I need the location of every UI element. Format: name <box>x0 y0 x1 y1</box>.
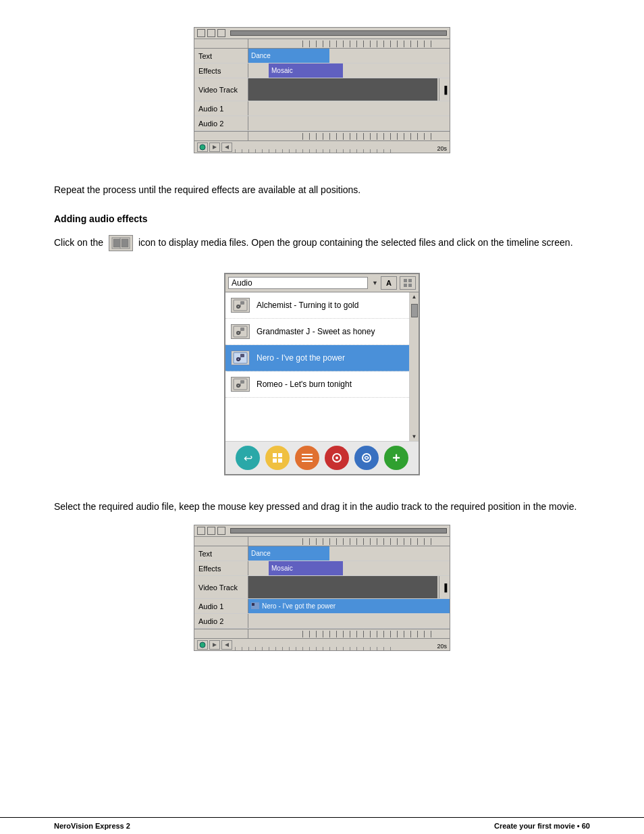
tick <box>323 631 329 637</box>
tick <box>417 538 424 545</box>
win-btn2-2[interactable] <box>207 527 215 535</box>
scroll-down-arrow[interactable]: ▼ <box>410 432 419 441</box>
scroll-up-arrow[interactable]: ▲ <box>410 292 419 301</box>
tick <box>323 538 329 545</box>
tick <box>397 631 404 637</box>
page-footer: NeroVision Express 2 Create your first m… <box>0 817 644 834</box>
tick <box>370 41 377 47</box>
tick <box>404 538 410 545</box>
timeline2-ruler <box>194 537 450 546</box>
win-btn-1[interactable] <box>197 29 205 37</box>
tick <box>397 538 404 545</box>
tick <box>390 631 397 637</box>
svg-marker-1 <box>213 145 217 149</box>
tick <box>356 631 363 637</box>
back-btn[interactable]: ↩ <box>236 446 260 470</box>
paragraph-2: Click on the icon to display media files… <box>54 235 590 251</box>
footer-ruler-1: 20s <box>235 141 450 153</box>
tick <box>309 41 316 47</box>
media-files-icon <box>109 235 133 251</box>
footer-btn-2[interactable] <box>209 142 220 152</box>
svg-point-28 <box>238 385 239 386</box>
audio-list: Alchemist - Turning it to gold Grandmas <box>225 292 419 441</box>
tick <box>302 133 309 140</box>
mosaic-track: Mosaic <box>269 63 343 78</box>
timeline-widget-1: Text Dance Effects Mosaic Video Track ▐ <box>54 27 590 167</box>
list-btn[interactable] <box>295 446 319 470</box>
track2-label-effects: Effects <box>194 561 248 575</box>
tick <box>309 631 316 637</box>
tick <box>431 41 437 47</box>
tick <box>343 133 350 140</box>
svg-point-40 <box>363 454 371 462</box>
svg-rect-42 <box>252 603 254 606</box>
audio-item-3[interactable]: Nero - I've got the power <box>225 345 419 371</box>
audio-item-2[interactable]: Grandmaster J - Sweet as honey <box>225 319 419 345</box>
svg-rect-19 <box>240 328 244 331</box>
grid-btn[interactable] <box>265 446 290 470</box>
win-btn-3[interactable] <box>217 29 225 37</box>
tick <box>390 133 397 140</box>
audio-btn-a[interactable]: A <box>381 276 397 290</box>
audio-item-1[interactable]: Alchemist - Turning it to gold <box>225 292 419 319</box>
video2-scrollbar[interactable]: ▐ <box>439 576 450 598</box>
tick <box>363 41 370 47</box>
video-scrollbar[interactable]: ▐ <box>439 78 450 101</box>
tick <box>424 631 431 637</box>
audio-btn-grid[interactable] <box>400 276 416 290</box>
filter-btn[interactable] <box>325 446 349 470</box>
tick <box>302 41 309 47</box>
sync-btn[interactable] <box>354 446 379 470</box>
footer-btn-1[interactable] <box>197 142 208 152</box>
svg-rect-33 <box>273 459 277 463</box>
timeline2-effects-row: Effects Mosaic <box>194 561 450 576</box>
tick <box>350 133 356 140</box>
nero-track-label: Nero - I've got the power <box>262 602 336 610</box>
timeline1-bottom-ruler <box>194 131 450 140</box>
footer2-btn-1[interactable] <box>197 640 208 650</box>
audio-item-4[interactable]: Romeo - Let's burn tonight <box>225 371 419 398</box>
tick <box>377 538 383 545</box>
timeline2-footer: 20s <box>194 638 450 650</box>
time-label-1: 20s <box>437 145 447 152</box>
svg-rect-10 <box>408 284 412 287</box>
tick <box>383 41 390 47</box>
tick <box>336 133 343 140</box>
audio-icon-2 <box>231 324 250 339</box>
track2-area-effects: Mosaic <box>248 561 450 575</box>
tick <box>363 133 370 140</box>
win-btn-2[interactable] <box>207 29 215 37</box>
track2-area-text: Dance <box>248 546 450 561</box>
tick <box>383 538 390 545</box>
svg-rect-32 <box>278 453 282 457</box>
win-btn2-3[interactable] <box>217 527 225 535</box>
tick <box>383 631 390 637</box>
mosaic-track-2: Mosaic <box>269 561 343 575</box>
tick <box>350 631 356 637</box>
footer2-btn-2[interactable] <box>209 640 220 650</box>
svg-rect-36 <box>302 457 313 459</box>
audio-dropdown[interactable] <box>228 277 368 289</box>
timeline-widget-2: Text Dance Effects Mosaic Video Track ▐ <box>54 525 590 664</box>
svg-point-13 <box>238 306 239 307</box>
track2-label-video: Video Track <box>194 576 248 598</box>
tick <box>323 133 329 140</box>
win-btn2-1[interactable] <box>197 527 205 535</box>
audio-list-scrollbar[interactable]: ▲ ▼ <box>409 292 419 441</box>
tick <box>424 41 431 47</box>
tick <box>370 538 377 545</box>
scroll-thumb[interactable] <box>411 304 418 317</box>
track2-area-audio1: Nero - I've got the power <box>248 599 450 613</box>
svg-marker-44 <box>213 643 217 647</box>
audio-browser-header: ▼ A <box>225 274 419 292</box>
svg-marker-45 <box>225 643 229 647</box>
footer2-btn-3[interactable] <box>221 640 232 650</box>
svg-rect-29 <box>240 380 244 384</box>
footer-right: Create your first movie • 60 <box>494 822 590 830</box>
timeline2-audio2-row: Audio 2 <box>194 614 450 629</box>
footer-btn-3[interactable] <box>221 142 232 152</box>
add-btn[interactable]: + <box>384 446 408 470</box>
tick <box>302 631 309 637</box>
svg-rect-9 <box>404 284 407 287</box>
timeline2-bottom-ruler <box>194 629 450 638</box>
